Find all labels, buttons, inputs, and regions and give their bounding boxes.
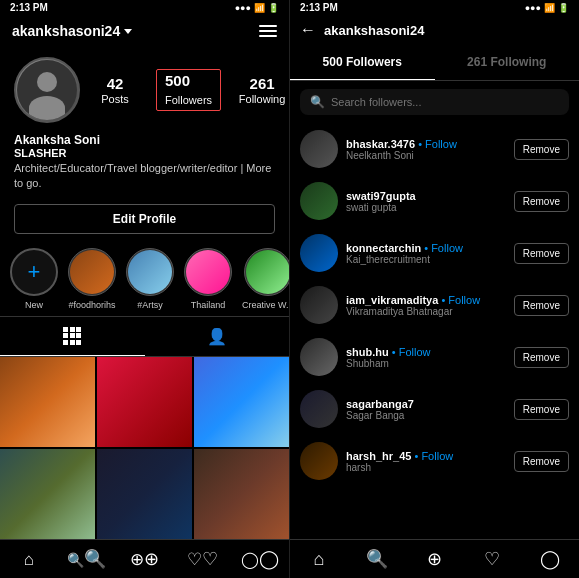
story-thumb-1	[70, 250, 114, 294]
story-thumb-4	[246, 250, 289, 294]
follower-handle: iam_vikramaditya • Follow	[346, 294, 506, 306]
story-item-4[interactable]: Creative W...	[242, 248, 289, 310]
remove-button[interactable]: Remove	[514, 347, 569, 368]
photo-cell-5[interactable]	[97, 449, 192, 539]
photo-grid	[0, 357, 289, 539]
tab-followers[interactable]: 500 Followers	[290, 45, 435, 80]
search-icon: 🔍	[366, 548, 388, 570]
remove-button[interactable]: Remove	[514, 139, 569, 160]
posts-stat[interactable]: 42 Posts	[90, 75, 140, 105]
menu-button[interactable]	[259, 25, 277, 37]
search-icon: 🔍	[67, 548, 106, 570]
heart-icon: ♡	[187, 548, 218, 570]
search-icon: 🔍	[310, 95, 325, 109]
profile-name: Akanksha Soni	[14, 133, 275, 147]
list-item: sagarbanga7 Sagar Banga Remove	[290, 383, 579, 435]
nav-profile-left[interactable]: ◯	[231, 548, 289, 570]
follower-realname: Shubham	[346, 358, 506, 369]
photo-cell-6[interactable]	[194, 449, 289, 539]
left-status-time: 2:13 PM	[10, 2, 48, 13]
avatar-image	[17, 60, 77, 120]
story-circle-2	[126, 248, 174, 296]
nav-heart-right[interactable]: ♡	[463, 548, 521, 570]
new-story-item[interactable]: + New	[10, 248, 58, 310]
avatar	[300, 390, 338, 428]
nav-add-right[interactable]: ⊕	[406, 548, 464, 570]
nav-profile-right[interactable]: ◯	[521, 548, 579, 570]
grid-icon	[63, 327, 81, 345]
list-item: iam_vikramaditya • Follow Vikramaditya B…	[290, 279, 579, 331]
profile-section: 42 Posts 500 Followers 261 Following	[0, 47, 289, 129]
story-item-3[interactable]: Thailand	[184, 248, 232, 310]
tab-grid[interactable]	[0, 317, 145, 356]
remove-button[interactable]: Remove	[514, 451, 569, 472]
nav-search-right[interactable]: 🔍	[348, 548, 406, 570]
profile-username-header[interactable]: akankshasoni24	[12, 23, 132, 39]
follower-handle: konnectarchin • Follow	[346, 242, 506, 254]
follower-realname: harsh	[346, 462, 506, 473]
story-label-1: #foodhorihs	[68, 300, 115, 310]
follower-info: swati97gupta swati gupta	[346, 190, 506, 213]
followers-stat[interactable]: 500 Followers	[156, 69, 221, 111]
follower-realname: swati gupta	[346, 202, 506, 213]
avatar	[300, 182, 338, 220]
story-item-2[interactable]: #Artsy	[126, 248, 174, 310]
home-icon: ⌂	[313, 549, 324, 570]
right-panel: 2:13 PM ●●● 📶 🔋 ← akankshasoni24 500 Fol…	[290, 0, 579, 578]
search-input[interactable]	[331, 96, 559, 108]
follower-info: shub.hu • Follow Shubham	[346, 346, 506, 369]
photo-cell-2[interactable]	[97, 357, 192, 447]
plus-icon: +	[28, 261, 41, 283]
follower-handle: bhaskar.3476 • Follow	[346, 138, 506, 150]
tab-tagged[interactable]: 👤	[145, 317, 290, 356]
list-item: shub.hu • Follow Shubham Remove	[290, 331, 579, 383]
search-bar: 🔍	[300, 89, 569, 115]
follower-info: konnectarchin • Follow Kai_therecruitmen…	[346, 242, 506, 265]
left-header: akankshasoni24	[0, 15, 289, 47]
avatar	[300, 338, 338, 376]
left-status-icons: ●●● 📶 🔋	[235, 3, 279, 13]
nav-add-left[interactable]: ⊕	[116, 548, 174, 570]
bottom-nav-right: ⌂ 🔍 ⊕ ♡ ◯	[290, 539, 579, 578]
followers-highlight: 500 Followers	[156, 69, 221, 111]
bottom-nav-left: 🔍 ⊕ ♡ ◯	[0, 539, 289, 578]
photo-cell-4[interactable]	[0, 449, 95, 539]
right-status-time: 2:13 PM	[300, 2, 338, 13]
follower-info: sagarbanga7 Sagar Banga	[346, 398, 506, 421]
remove-button[interactable]: Remove	[514, 191, 569, 212]
story-circle-4	[244, 248, 289, 296]
story-item-1[interactable]: #foodhorihs	[68, 248, 116, 310]
followers-list: bhaskar.3476 • Follow Neelkanth Soni Rem…	[290, 123, 579, 539]
add-icon: ⊕	[130, 548, 159, 570]
edit-profile-button[interactable]: Edit Profile	[14, 204, 275, 234]
remove-button[interactable]: Remove	[514, 295, 569, 316]
nav-search-left[interactable]: 🔍	[58, 548, 116, 570]
right-status-icons: ●●● 📶 🔋	[525, 3, 569, 13]
tab-following[interactable]: 261 Following	[435, 45, 580, 80]
remove-button[interactable]: Remove	[514, 243, 569, 264]
story-label-2: #Artsy	[137, 300, 163, 310]
story-circle-3	[184, 248, 232, 296]
remove-button[interactable]: Remove	[514, 399, 569, 420]
list-item: konnectarchin • Follow Kai_therecruitmen…	[290, 227, 579, 279]
nav-heart-left[interactable]: ♡	[173, 548, 231, 570]
profile-info: Akanksha Soni SLASHER Architect/Educator…	[0, 129, 289, 196]
followers-following-tabs: 500 Followers 261 Following	[290, 45, 579, 81]
follower-info: iam_vikramaditya • Follow Vikramaditya B…	[346, 294, 506, 317]
nav-home-left[interactable]	[0, 548, 58, 570]
avatar	[300, 234, 338, 272]
photo-cell-3[interactable]	[194, 357, 289, 447]
back-button[interactable]: ←	[300, 21, 316, 39]
avatar	[300, 286, 338, 324]
profile-bio: Architect/Educator/Travel blogger/writer…	[14, 161, 275, 192]
right-header: ← akankshasoni24	[290, 15, 579, 45]
following-stat[interactable]: 261 Following	[237, 75, 287, 105]
nav-home-right[interactable]: ⌂	[290, 548, 348, 570]
story-label-3: Thailand	[191, 300, 226, 310]
follower-handle: shub.hu • Follow	[346, 346, 506, 358]
story-thumb-3	[186, 250, 230, 294]
list-item: bhaskar.3476 • Follow Neelkanth Soni Rem…	[290, 123, 579, 175]
photo-cell-1[interactable]	[0, 357, 95, 447]
follower-realname: Kai_therecruitment	[346, 254, 506, 265]
avatar	[300, 442, 338, 480]
